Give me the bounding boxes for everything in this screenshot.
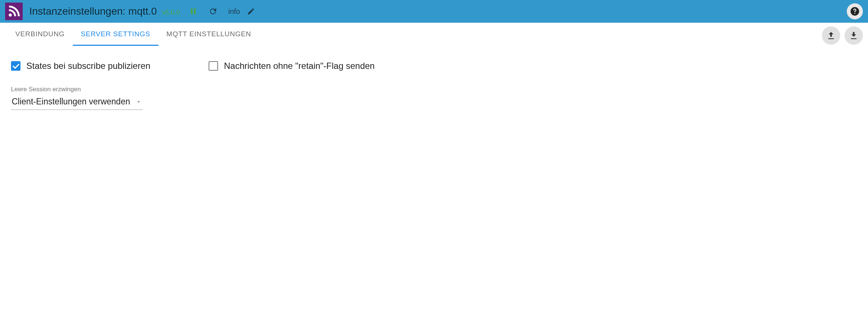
upload-button[interactable] (822, 26, 840, 45)
no-retain-label: Nachrichten ohne "retain"-Flag senden (224, 61, 375, 71)
no-retain-field: Nachrichten ohne "retain"-Flag senden (209, 61, 384, 71)
info-label: info (228, 7, 240, 16)
app-header: Instanzeinstellungen: mqtt.0 v5.0.0 info (0, 0, 868, 23)
force-clean-session-value: Client-Einstellungen verwenden (12, 97, 130, 107)
tabs: Verbindung Server settings MQTT Einstell… (7, 23, 259, 46)
publish-on-subscribe-label: States bei subscribe publizieren (26, 61, 150, 71)
pencil-icon (247, 7, 255, 15)
edit-button[interactable] (244, 5, 258, 18)
refresh-button[interactable] (206, 5, 220, 18)
download-button[interactable] (845, 26, 863, 45)
tab-row: Verbindung Server settings MQTT Einstell… (0, 23, 868, 46)
upload-icon (826, 31, 836, 40)
svg-point-0 (9, 14, 12, 16)
refresh-icon (209, 7, 217, 16)
force-clean-session-field: Leere Session erzwingen Client-Einstellu… (11, 86, 143, 110)
svg-rect-1 (191, 8, 192, 15)
tab-server-settings[interactable]: Server settings (73, 23, 158, 46)
settings-content: States bei subscribe publizieren Nachric… (0, 46, 868, 125)
title-block: Instanzeinstellungen: mqtt.0 v5.0.0 (29, 5, 180, 17)
tab-connection[interactable]: Verbindung (7, 23, 73, 46)
pause-button[interactable] (187, 5, 200, 18)
pause-icon (189, 7, 197, 15)
chevron-down-icon (135, 99, 142, 105)
publish-on-subscribe-checkbox[interactable] (11, 61, 20, 71)
version-label: v5.0.0 (162, 9, 180, 16)
download-icon (849, 31, 858, 40)
force-clean-session-select[interactable]: Client-Einstellungen verwenden (11, 95, 143, 110)
help-button[interactable] (847, 3, 863, 19)
svg-point-4 (854, 13, 856, 14)
adapter-icon (5, 3, 23, 20)
svg-rect-2 (194, 8, 196, 15)
help-icon (850, 6, 860, 16)
tab-mqtt-settings[interactable]: MQTT Einstellungen (158, 23, 259, 46)
publish-on-subscribe-field: States bei subscribe publizieren (11, 61, 187, 71)
page-title: Instanzeinstellungen: mqtt.0 (29, 5, 157, 17)
no-retain-checkbox[interactable] (209, 61, 218, 71)
force-clean-session-label: Leere Session erzwingen (11, 86, 143, 93)
